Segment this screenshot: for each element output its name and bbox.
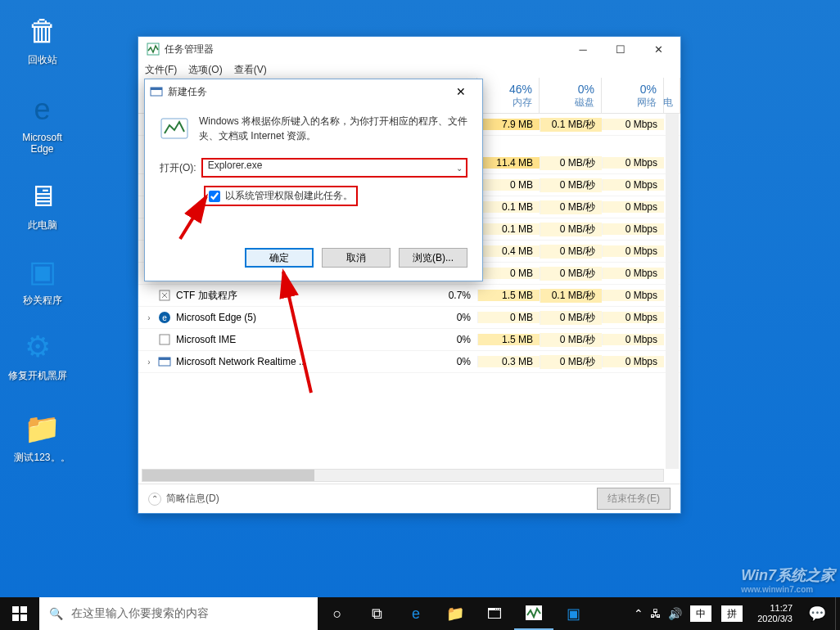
taskbar: 🔍 在这里输入你要搜索的内容 ○ ⧉ e 📁 🗔 ▣ ⌃ 🖧 🔊 中 拼 11:… <box>0 597 840 630</box>
cell-pct: 0% <box>457 356 471 367</box>
desktop-icon-fix-boot[interactable]: ⚙修复开机黑屏 <box>7 327 68 383</box>
svg-rect-20 <box>151 88 162 90</box>
task-view-button[interactable]: ⧉ <box>357 597 396 630</box>
recycle-bin-icon: 🗑 <box>23 11 62 51</box>
process-name: CTF 加载程序 <box>176 289 237 303</box>
cell-network: 0 Mbps <box>602 245 664 257</box>
table-row[interactable]: Microsoft IME0%1.5 MB0 MB/秒0 Mbps <box>138 329 680 351</box>
svg-rect-27 <box>20 614 27 621</box>
chevron-up-icon[interactable]: ⌃ <box>148 493 161 506</box>
menu-view[interactable]: 查看(V) <box>234 63 267 77</box>
desktop-icon-this-pc[interactable]: 🖥此电脑 <box>11 177 73 232</box>
menu-file[interactable]: 文件(F) <box>145 63 177 77</box>
col-network[interactable]: 0%网络 <box>602 78 664 113</box>
cell-pct: 0% <box>457 312 471 323</box>
titlebar[interactable]: 任务管理器 ─ ☐ ✕ <box>138 37 680 61</box>
cell-disk: 0 MB/秒 <box>540 311 602 325</box>
cell-disk: 0 MB/秒 <box>540 333 602 347</box>
dialog-close-button[interactable]: ✕ <box>445 79 477 104</box>
taskbar-taskmgr[interactable] <box>514 597 553 630</box>
icon-label: 测试123。。 <box>11 451 73 465</box>
desktop-icon-recycle-bin[interactable]: 🗑回收站 <box>11 11 73 67</box>
cell-network: 0 Mbps <box>602 356 664 367</box>
cancel-button[interactable]: 取消 <box>322 248 391 268</box>
ime-lang[interactable]: 中 <box>690 605 711 622</box>
brief-info-link[interactable]: 简略信息(D) <box>166 492 219 506</box>
dialog-title: 新建任务 <box>168 85 445 99</box>
desktop-icon-sec-close[interactable]: ▣秒关程序 <box>11 252 73 308</box>
show-desktop-button[interactable] <box>835 597 840 630</box>
cell-memory: 1.5 MB <box>477 290 540 301</box>
open-label: 打开(O): <box>160 161 196 175</box>
col-memory[interactable]: 46%内存 <box>477 78 540 113</box>
taskbar-edge[interactable]: e <box>396 597 436 630</box>
icon-label: Microsoft Edge <box>11 132 73 155</box>
icon-label: 秒关程序 <box>11 294 73 308</box>
ime-mode[interactable]: 拼 <box>721 605 743 622</box>
run-dialog-icon <box>160 114 189 143</box>
horizontal-scrollbar[interactable] <box>142 469 664 482</box>
cell-memory: 0.4 MB <box>477 245 540 257</box>
admin-checkbox-row[interactable]: 以系统管理权限创建此任务。 <box>204 186 358 206</box>
admin-checkbox[interactable] <box>209 191 220 202</box>
tray-volume-icon[interactable]: 🔊 <box>668 607 682 620</box>
taskbar-app1[interactable]: 🗔 <box>475 597 514 630</box>
open-input[interactable]: Explorer.exe ⌄ <box>201 158 467 178</box>
start-button[interactable] <box>0 597 39 630</box>
admin-label: 以系统管理权限创建此任务。 <box>225 189 353 203</box>
table-row[interactable]: ›Microsoft Network Realtime ...0%0.3 MB0… <box>138 351 680 373</box>
cell-network: 0 Mbps <box>602 179 664 191</box>
cell-disk: 0 MB/秒 <box>540 223 602 236</box>
ok-button[interactable]: 确定 <box>245 248 314 268</box>
table-row[interactable]: CTF 加载程序0.7%1.5 MB0.1 MB/秒0 Mbps <box>138 285 680 307</box>
cell-disk: 0 MB/秒 <box>540 178 602 192</box>
cell-disk: 0 MB/秒 <box>540 355 602 369</box>
search-box[interactable]: 🔍 在这里输入你要搜索的内容 <box>39 597 318 630</box>
taskbar-clock[interactable]: 11:27 2020/3/3 <box>751 603 799 624</box>
menu-options[interactable]: 选项(O) <box>188 63 222 77</box>
process-name: Microsoft Network Realtime ... <box>176 356 307 367</box>
taskbar-app2[interactable]: ▣ <box>553 597 593 630</box>
end-task-button[interactable]: 结束任务(E) <box>597 488 671 510</box>
expand-icon[interactable]: › <box>145 358 153 367</box>
minimize-button[interactable]: ─ <box>564 37 602 61</box>
cell-memory: 0 MB <box>477 268 540 279</box>
expand-icon[interactable]: › <box>145 313 153 322</box>
dialog-titlebar[interactable]: 新建任务 ✕ <box>145 79 482 104</box>
maximize-button[interactable]: ☐ <box>602 37 639 61</box>
cortana-button[interactable]: ○ <box>318 597 357 630</box>
cell-memory: 0.3 MB <box>477 356 540 367</box>
svg-text:e: e <box>162 313 167 322</box>
desktop-icon-edge[interactable]: eMicrosoft Edge <box>11 90 73 155</box>
icon-label: 修复开机黑屏 <box>7 369 68 383</box>
cell-memory: 7.9 MB <box>477 119 540 130</box>
desktop-icon-test123[interactable]: 📁测试123。。 <box>11 409 73 465</box>
cell-network: 0 Mbps <box>602 157 664 169</box>
edge-icon: e <box>23 90 62 129</box>
cell-pct: 0.7% <box>449 290 471 301</box>
process-name: Microsoft IME <box>176 334 236 345</box>
process-icon: e <box>158 311 171 324</box>
col-disk[interactable]: 0%磁盘 <box>540 78 602 113</box>
tray-chevron-icon[interactable]: ⌃ <box>634 607 644 620</box>
cell-network: 0 Mbps <box>602 290 664 301</box>
vertical-scrollbar[interactable] <box>666 114 679 469</box>
table-row[interactable]: ›eMicrosoft Edge (5)0%0 MB0 MB/秒0 Mbps <box>138 307 680 329</box>
window-title: 任务管理器 <box>165 43 564 56</box>
close-button[interactable]: ✕ <box>639 37 677 61</box>
taskbar-explorer[interactable]: 📁 <box>436 597 475 630</box>
chevron-down-icon[interactable]: ⌄ <box>456 164 463 173</box>
test123-icon: 📁 <box>23 409 62 448</box>
cell-disk: 0 MB/秒 <box>540 200 602 214</box>
browse-button[interactable]: 浏览(B)... <box>399 248 467 268</box>
search-icon: 🔍 <box>49 607 63 620</box>
this-pc-icon: 🖥 <box>23 177 62 216</box>
new-task-dialog: 新建任务 ✕ Windows 将根据你所键入的名称，为你打开相应的程序、文件夹、… <box>144 79 483 281</box>
sec-close-icon: ▣ <box>23 252 62 291</box>
tray-network-icon[interactable]: 🖧 <box>650 607 662 620</box>
action-center-button[interactable]: 💬 <box>799 597 835 630</box>
svg-rect-18 <box>159 358 170 360</box>
watermark: Win7系统之家 www.winwin7.com <box>741 565 835 594</box>
dialog-description: Windows 将根据你所键入的名称，为你打开相应的程序、文件夹、文档或 Int… <box>199 114 467 143</box>
col-power[interactable]: 电 <box>664 78 680 113</box>
